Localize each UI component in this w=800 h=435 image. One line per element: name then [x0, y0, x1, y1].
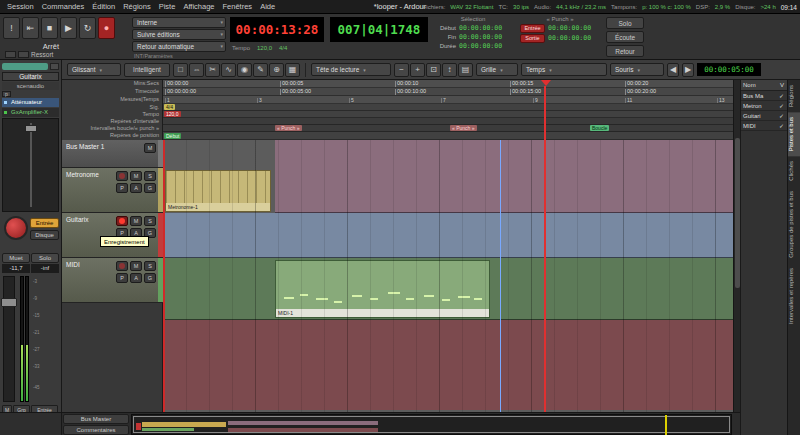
selection-start-value[interactable]: 00:00:00:00 — [459, 24, 502, 32]
midi-note[interactable] — [316, 298, 328, 300]
processor-fader-entry[interactable]: Atténuateur — [2, 98, 59, 107]
menu-piste[interactable]: Piste — [155, 2, 180, 11]
spring-toggle-icon[interactable] — [5, 51, 16, 58]
processor-slider-handle[interactable] — [25, 125, 37, 132]
menu-regions[interactable]: Régions — [119, 2, 155, 11]
edit-point-line[interactable] — [500, 140, 501, 412]
mouse-mode-dropdown[interactable]: Souris — [610, 63, 664, 76]
record-arm-track-button[interactable] — [116, 171, 128, 181]
tab-snapshots[interactable]: Clichés — [788, 156, 800, 186]
processor-box[interactable] — [2, 118, 59, 212]
vertical-scrollbar[interactable] — [733, 80, 740, 412]
playhead-head-icon[interactable] — [541, 80, 551, 86]
start-marker[interactable]: Début — [164, 133, 181, 139]
gain-display[interactable]: -11,7 — [2, 264, 30, 273]
track-header-metronome[interactable]: Metronome M S P A G — [62, 168, 163, 213]
output-routing-button[interactable]: Bus Master — [63, 414, 129, 424]
object-tool-icon[interactable]: □ — [173, 63, 188, 77]
track-list-item[interactable]: Bus Ma✓ — [741, 91, 787, 101]
track-list-item[interactable]: MIDI✓ — [741, 121, 787, 131]
gain-fader-handle[interactable] — [1, 298, 17, 307]
track-header-bus-master[interactable]: Bus Master 1 M — [62, 140, 163, 168]
menu-commandes[interactable]: Commandes — [38, 2, 89, 11]
draw-tool-icon[interactable]: ✎ — [253, 63, 268, 77]
automation-button[interactable]: A — [130, 183, 142, 193]
bars-beats-ruler[interactable]: 1 3 5 7 9 11 13 — [163, 96, 733, 104]
selection-length-value[interactable]: 00:00:00:00 — [459, 42, 502, 50]
playhead-line[interactable] — [544, 86, 546, 140]
punch-out-button[interactable]: Sortie — [520, 34, 545, 43]
nudge-forward-icon[interactable]: ▶ — [682, 63, 694, 77]
midi-region[interactable]: MIDI-1 — [275, 260, 490, 318]
mute-track-button[interactable]: M — [130, 216, 142, 226]
sync-source-dropdown[interactable]: Interne — [132, 17, 226, 28]
tab-tracks-busses[interactable]: Pistes et bus — [788, 112, 800, 156]
audition-tool-icon[interactable]: ◉ — [237, 63, 252, 77]
edit-mode-dropdown[interactable]: Glissant — [67, 63, 121, 76]
record-arm-track-button[interactable] — [116, 216, 128, 226]
menu-session[interactable]: Session — [3, 2, 38, 11]
zoom-tool-icon[interactable]: ▦ — [285, 63, 300, 77]
stretch-tool-icon[interactable]: ∿ — [221, 63, 236, 77]
midi-note[interactable] — [424, 295, 434, 297]
track-header-midi[interactable]: MIDI M S P A G — [62, 258, 163, 303]
playlist-button[interactable]: P — [116, 183, 128, 193]
audition-button[interactable]: Écoute — [606, 31, 644, 43]
visible-check-icon[interactable]: ✓ — [779, 91, 784, 101]
automation-button[interactable]: A — [130, 273, 142, 283]
internal-edit-tool-icon[interactable]: ⊕ — [269, 63, 284, 77]
play-button[interactable]: ▶ — [60, 17, 77, 39]
mute-track-button[interactable]: M — [144, 143, 156, 153]
menu-edition[interactable]: Édition — [88, 2, 119, 11]
selection-end-value[interactable]: 00:00:00:00 — [459, 33, 502, 41]
mute-track-button[interactable]: M — [130, 261, 142, 271]
mute-track-button[interactable]: M — [130, 171, 142, 181]
secondary-clock[interactable]: 007|04|1748 — [330, 17, 428, 42]
shrink-tracks-icon[interactable]: ▤ — [458, 63, 473, 77]
bus-master-region[interactable] — [275, 140, 733, 213]
primary-clock[interactable]: 00:00:13:28 — [230, 17, 324, 42]
name-column-header[interactable]: Nom — [743, 82, 756, 88]
midi-note[interactable] — [284, 297, 294, 299]
tempo-ruler[interactable]: 120,0 — [163, 111, 733, 118]
strip-input-button[interactable]: scenaudio — [2, 82, 59, 90]
record-arm-button[interactable] — [4, 216, 28, 240]
guitarix-lane[interactable] — [163, 213, 733, 258]
zoom-out-icon[interactable]: − — [394, 63, 409, 77]
expand-tracks-icon[interactable]: ↕ — [442, 63, 457, 77]
meter-ruler[interactable]: 4/4 — [163, 104, 733, 111]
playlist-button[interactable]: P — [116, 273, 128, 283]
midi-note[interactable] — [458, 296, 470, 298]
menu-fenetres[interactable]: Fenêtres — [219, 2, 257, 11]
grid-dropdown[interactable]: Grille — [476, 63, 518, 76]
minsec-ruler[interactable]: 00:00:00 00:00:05 00:00:10 00:00:15 00:0… — [163, 80, 733, 88]
smart-mode-button[interactable]: Intelligent — [124, 63, 170, 77]
spring-toggle2-icon[interactable] — [18, 51, 29, 58]
midi-note[interactable] — [352, 295, 362, 297]
strip-menu-icon[interactable] — [50, 63, 59, 70]
plugin-led-icon[interactable] — [4, 111, 7, 114]
comments-button[interactable]: Commentaires — [63, 425, 129, 435]
phase-button[interactable]: p — [2, 91, 11, 97]
solo-track-button[interactable]: S — [144, 171, 156, 181]
visible-check-icon[interactable]: ✓ — [779, 101, 784, 111]
visible-check-icon[interactable]: ✓ — [779, 111, 784, 121]
midi-panic-button[interactable]: ! — [3, 17, 20, 39]
group-track-button[interactable]: G — [144, 273, 156, 283]
group-track-button[interactable]: G — [144, 183, 156, 193]
midi-note[interactable] — [388, 292, 400, 294]
track-name[interactable]: Guitarix — [66, 216, 88, 223]
track-canvas[interactable]: Metronome-1 MIDI-1 — [163, 140, 733, 412]
master-lane-region[interactable] — [163, 320, 733, 410]
session-summary[interactable] — [131, 414, 732, 435]
tempo-value[interactable]: 120,0 — [257, 45, 272, 51]
mute-button[interactable]: Muet — [2, 253, 30, 263]
edit-point-dropdown[interactable]: Tête de lecture — [311, 63, 391, 76]
feedback-button[interactable]: Retour — [606, 45, 644, 57]
metronome-region[interactable]: Metronome-1 — [165, 170, 271, 212]
punch-out-value[interactable]: 00:00:00:00 — [548, 34, 591, 42]
range-tool-icon[interactable]: ⇔ — [189, 63, 204, 77]
track-list-item[interactable]: Metron✓ — [741, 101, 787, 111]
record-button[interactable]: ● — [98, 17, 115, 39]
tempo-marker[interactable]: 120,0 — [164, 111, 181, 117]
